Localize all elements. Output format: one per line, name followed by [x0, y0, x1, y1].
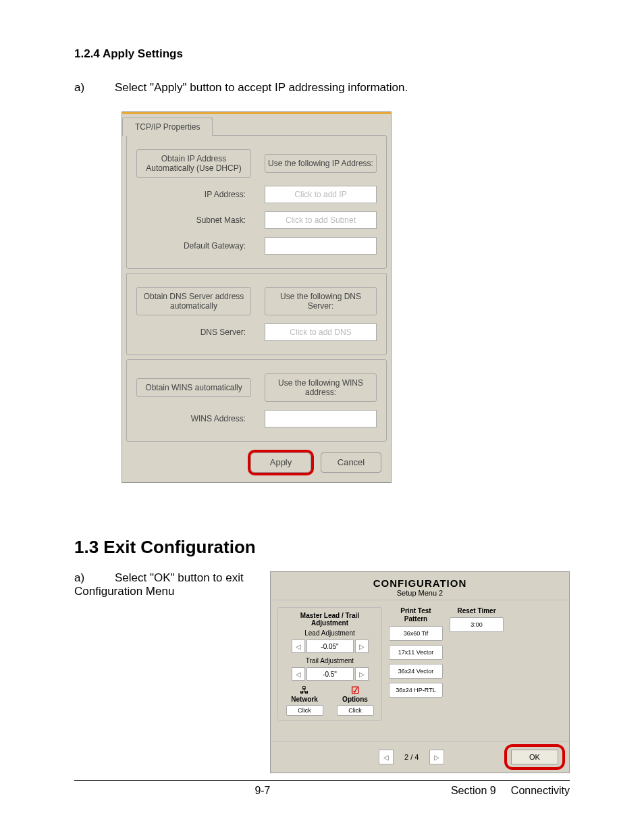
- tcpip-dialog: TCP/IP Properties Obtain IP Address Auto…: [122, 111, 392, 483]
- config-title: CONFIGURATION: [271, 577, 569, 589]
- subnet-input[interactable]: Click to add Subnet: [265, 211, 377, 229]
- print-test-36x60[interactable]: 36x60 Tif: [389, 626, 443, 641]
- print-test-17x11[interactable]: 17x11 Vector: [389, 645, 443, 660]
- apply-button[interactable]: Apply: [250, 452, 311, 473]
- wins-panel: Obtain WINS automatically Use the follow…: [126, 359, 387, 442]
- network-click-button[interactable]: Click: [286, 705, 323, 716]
- master-title: Master Lead / Trail Adjustment: [282, 612, 377, 627]
- print-test-column: Print Test Pattern 36x60 Tif 17x11 Vecto…: [389, 607, 443, 721]
- obtain-dns-button[interactable]: Obtain DNS Server address automatically: [136, 287, 251, 315]
- pager-prev[interactable]: ◁: [379, 750, 394, 764]
- print-test-header: Print Test Pattern: [389, 607, 443, 623]
- dns-label: DNS Server:: [136, 328, 251, 337]
- gateway-input[interactable]: [265, 237, 377, 255]
- obtain-wins-button[interactable]: Obtain WINS automatically: [136, 378, 251, 397]
- lead-decrement[interactable]: ◁: [292, 640, 305, 653]
- reset-timer-column: Reset Timer 3:00: [450, 607, 504, 721]
- step-text-line1: Select "OK" button to exit: [115, 571, 244, 584]
- configuration-screenshot: CONFIGURATION Setup Menu 2 Master Lead /…: [270, 571, 570, 773]
- lead-stepper: ◁ -0.05" ▷: [282, 640, 377, 653]
- lead-label: Lead Adjustment: [282, 629, 377, 637]
- pager: ◁ 2 / 4 ▷: [379, 750, 444, 764]
- options-icon: ☑: [337, 685, 374, 696]
- network-label: Network: [286, 696, 323, 703]
- gateway-label: Default Gateway:: [136, 241, 251, 251]
- pager-next[interactable]: ▷: [429, 750, 444, 764]
- network-icon: 🖧: [286, 685, 323, 696]
- ip-address-input[interactable]: Click to add IP: [265, 186, 377, 203]
- print-test-36x24-hprtl[interactable]: 36x24 HP-RTL: [389, 683, 443, 698]
- obtain-ip-button[interactable]: Obtain IP Address Automatically (Use DHC…: [136, 149, 251, 178]
- subnet-label: Subnet Mask:: [136, 215, 251, 225]
- footer-page-number: 9-7: [74, 785, 451, 797]
- step-letter: a): [74, 81, 115, 95]
- trail-decrement[interactable]: ◁: [292, 667, 305, 681]
- tab-tcpip[interactable]: TCP/IP Properties: [122, 118, 213, 136]
- options-label: Options: [337, 696, 374, 703]
- config-footer: ◁ 2 / 4 ▷ OK: [271, 741, 569, 773]
- options-mini: ☑ Options Click: [337, 685, 374, 716]
- reset-timer-header: Reset Timer: [450, 607, 504, 615]
- trail-stepper: ◁ -0.5" ▷: [282, 667, 377, 681]
- dns-input[interactable]: Click to add DNS: [265, 323, 377, 341]
- heading-1-3: 1.3 Exit Configuration: [74, 537, 570, 558]
- use-dns-button[interactable]: Use the following DNS Server:: [265, 287, 377, 315]
- options-click-button[interactable]: Click: [337, 705, 374, 716]
- heading-1-2-4: 1.2.4 Apply Settings: [74, 47, 570, 61]
- ip-address-label: IP Address:: [136, 190, 251, 199]
- ip-panel: Obtain IP Address Automatically (Use DHC…: [126, 135, 387, 269]
- step-a-apply: a)Select "Apply" button to accept IP add…: [74, 81, 570, 95]
- footer-section: Section 9 Connectivity: [451, 785, 570, 797]
- print-test-36x24-vector[interactable]: 36x24 Vector: [389, 664, 443, 679]
- reset-timer-value[interactable]: 3:00: [450, 617, 504, 632]
- ok-button[interactable]: OK: [511, 750, 558, 764]
- pager-value: 2 / 4: [398, 753, 425, 761]
- cancel-button[interactable]: Cancel: [321, 452, 381, 473]
- step-letter: a): [74, 571, 115, 585]
- ok-highlight: OK: [507, 747, 562, 767]
- trail-label: Trail Adjustment: [282, 657, 377, 664]
- use-ip-button[interactable]: Use the following IP Address:: [265, 154, 377, 173]
- step-text: Select "Apply" button to accept IP addre…: [115, 81, 408, 94]
- step-a-exit: a)Select "OK" button to exit Configurati…: [74, 571, 257, 598]
- network-mini: 🖧 Network Click: [286, 685, 323, 716]
- use-wins-button[interactable]: Use the following WINS address:: [265, 373, 377, 402]
- trail-increment[interactable]: ▷: [355, 667, 369, 681]
- page-footer: 9-7 Section 9 Connectivity: [74, 780, 570, 797]
- config-subtitle: Setup Menu 2: [271, 589, 569, 597]
- dns-panel: Obtain DNS Server address automatically …: [126, 273, 387, 355]
- master-adjustment-panel: Master Lead / Trail Adjustment Lead Adju…: [277, 607, 382, 721]
- dialog-button-row: Apply Cancel: [122, 446, 391, 482]
- tab-row: TCP/IP Properties: [122, 114, 391, 135]
- lead-increment[interactable]: ▷: [355, 640, 369, 653]
- lead-value: -0.05": [306, 640, 354, 653]
- wins-label: WINS Address:: [136, 414, 251, 423]
- config-header: CONFIGURATION Setup Menu 2: [271, 572, 569, 600]
- trail-value: -0.5": [306, 667, 354, 681]
- wins-input[interactable]: [265, 410, 377, 427]
- step-text-line2: Configuration Menu: [74, 585, 174, 598]
